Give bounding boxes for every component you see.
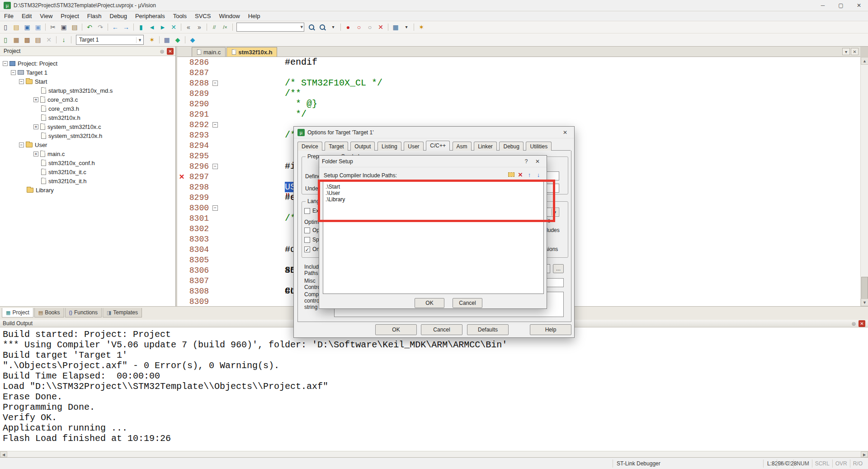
- build-output-scrollbar[interactable]: ◀ ▶: [0, 451, 868, 457]
- document-list-icon[interactable]: ▾: [842, 48, 850, 55]
- navigate-forward-icon[interactable]: →: [121, 22, 132, 32]
- build-output-log[interactable]: Build started: Project: Project *** Usin…: [0, 327, 868, 451]
- tree-expander-icon[interactable]: [33, 115, 39, 121]
- tree-expander-icon[interactable]: [33, 169, 39, 175]
- tree-expander-icon[interactable]: +: [33, 124, 38, 129]
- cancel-button[interactable]: Cancel: [453, 298, 482, 308]
- project-tree[interactable]: − Project: Project − Target 1 − Start st…: [0, 56, 175, 194]
- tree-row[interactable]: stm32f10x_it.c: [0, 167, 175, 176]
- pin-icon[interactable]: ◎: [159, 48, 165, 55]
- options-tab[interactable]: C/C++: [426, 141, 450, 151]
- indent-icon[interactable]: »: [194, 22, 205, 32]
- defaults-button[interactable]: Defaults: [467, 324, 509, 335]
- configure-icon[interactable]: ✶: [416, 22, 427, 32]
- enable-breakpoint-icon[interactable]: ○: [354, 22, 364, 32]
- tree-expander-icon[interactable]: −: [19, 79, 24, 84]
- save-icon[interactable]: ▣: [22, 22, 33, 32]
- move-up-icon[interactable]: ↑: [525, 171, 534, 179]
- comment-icon[interactable]: //: [209, 22, 220, 32]
- tree-row[interactable]: core_cm3.h: [0, 104, 175, 113]
- scrollbar-thumb[interactable]: [861, 277, 868, 299]
- fold-marker-icon[interactable]: −: [212, 81, 218, 86]
- minimize-icon[interactable]: ─: [814, 0, 832, 11]
- tree-row[interactable]: Library: [0, 185, 175, 194]
- panel-tab[interactable]: ◨ Templates: [103, 308, 142, 317]
- include-paths-browse-button[interactable]: ...: [553, 264, 564, 273]
- close-document-icon[interactable]: ✕: [851, 48, 859, 55]
- options-tab[interactable]: Target: [325, 142, 348, 151]
- tree-row[interactable]: − Project: Project: [0, 59, 175, 68]
- batch-build-icon[interactable]: ▤: [33, 35, 43, 45]
- build-icon[interactable]: ▦: [11, 35, 22, 45]
- checkbox-checked-icon[interactable]: ✓: [304, 246, 310, 252]
- kill-breakpoints-icon[interactable]: ✕: [375, 22, 386, 32]
- document-tab[interactable]: main.c: [192, 47, 226, 57]
- options-tab[interactable]: User: [404, 142, 423, 151]
- dialog-titlebar[interactable]: Folder Setup ? ✕: [319, 156, 547, 167]
- maximize-icon[interactable]: ▢: [832, 0, 850, 11]
- options-tab[interactable]: Device: [297, 142, 322, 151]
- help-button[interactable]: Help: [530, 324, 571, 335]
- tree-expander-icon[interactable]: [19, 187, 25, 193]
- manage-rte-icon[interactable]: ◆: [172, 35, 183, 45]
- menu-item[interactable]: SVCS: [191, 11, 215, 21]
- tree-row[interactable]: + system_stm32f10x.c: [0, 122, 175, 131]
- tree-expander-icon[interactable]: +: [33, 152, 38, 156]
- ok-button[interactable]: OK: [415, 298, 444, 308]
- paste-icon[interactable]: ▤: [69, 22, 80, 32]
- options-tab[interactable]: Utilities: [526, 142, 552, 151]
- cut-icon[interactable]: ✂: [47, 22, 58, 32]
- find-icon[interactable]: [306, 22, 317, 32]
- cancel-button[interactable]: Cancel: [421, 324, 462, 335]
- pin-icon[interactable]: ◎: [850, 320, 857, 327]
- fold-marker-icon[interactable]: −: [212, 122, 218, 128]
- fold-marker-icon[interactable]: −: [212, 205, 218, 211]
- bookmark-next-icon[interactable]: ▶: [157, 22, 168, 32]
- translate-icon[interactable]: ▯: [0, 35, 11, 45]
- options-tab[interactable]: Listing: [377, 142, 401, 151]
- uncomment-icon[interactable]: /×: [220, 22, 231, 32]
- debug-windows-icon[interactable]: ▦: [390, 22, 401, 32]
- tree-expander-icon[interactable]: [33, 106, 39, 112]
- dialog-titlebar[interactable]: µ Options for Target 'Target 1' ✕: [294, 127, 574, 138]
- new-path-icon[interactable]: [507, 171, 516, 179]
- pack-installer-icon[interactable]: ◆: [187, 35, 198, 45]
- scroll-left-icon[interactable]: ◀: [0, 451, 7, 457]
- menu-item[interactable]: Flash: [83, 11, 106, 21]
- bookmark-prev-icon[interactable]: ◀: [146, 22, 157, 32]
- ok-button[interactable]: OK: [375, 324, 417, 335]
- tree-expander-icon[interactable]: [33, 88, 39, 94]
- menu-item[interactable]: File: [0, 11, 18, 21]
- tree-row[interactable]: startup_stm32f10x_md.s: [0, 86, 175, 95]
- download-icon[interactable]: ↓: [58, 35, 69, 45]
- tree-row[interactable]: stm32f10x.h: [0, 113, 175, 122]
- scroll-up-icon[interactable]: ▲: [861, 57, 868, 65]
- move-down-icon[interactable]: ↓: [534, 171, 543, 179]
- tree-row[interactable]: + main.c: [0, 149, 175, 158]
- tree-expander-icon[interactable]: [33, 160, 39, 166]
- tree-expander-icon[interactable]: −: [11, 70, 16, 75]
- tree-expander-icon[interactable]: [33, 178, 39, 184]
- disable-breakpoints-icon[interactable]: ○: [364, 22, 375, 32]
- options-tab[interactable]: Linker: [474, 142, 497, 151]
- chevron-down-icon[interactable]: ▾: [136, 37, 143, 43]
- manage-project-items-icon[interactable]: ▦: [161, 35, 172, 45]
- tree-expander-icon[interactable]: −: [3, 61, 8, 66]
- menu-item[interactable]: Tools: [169, 11, 191, 21]
- fold-marker-icon[interactable]: −: [212, 164, 218, 169]
- checkbox-icon[interactable]: [304, 237, 310, 243]
- document-tab[interactable]: stm32f10x.h: [226, 47, 277, 57]
- menu-item[interactable]: View: [36, 11, 57, 21]
- delete-path-icon[interactable]: ✕: [516, 171, 525, 179]
- checkbox-icon[interactable]: [304, 227, 310, 233]
- stop-build-icon[interactable]: ✕: [43, 35, 54, 45]
- scroll-right-icon[interactable]: ▶: [861, 451, 868, 457]
- new-file-icon[interactable]: ▯: [0, 22, 11, 32]
- navigate-back-icon[interactable]: ←: [110, 22, 121, 32]
- options-for-target-icon[interactable]: ✶: [146, 35, 157, 45]
- panel-tab[interactable]: ▦ Project: [2, 308, 33, 317]
- close-panel-icon[interactable]: ✕: [859, 320, 865, 327]
- tree-row[interactable]: − Target 1: [0, 68, 175, 77]
- menu-item[interactable]: Edit: [18, 11, 36, 21]
- options-tab[interactable]: Asm: [453, 142, 472, 151]
